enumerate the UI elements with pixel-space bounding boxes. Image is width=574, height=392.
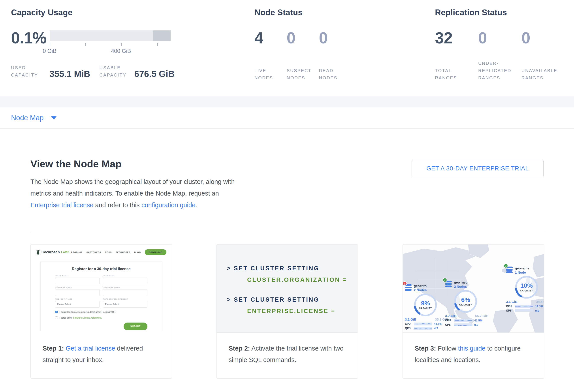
capacity-gauge: 9% CAPACITY <box>413 293 438 317</box>
text-input <box>103 289 147 296</box>
locality-node-count: 2 Nodes <box>454 285 467 288</box>
cpu-label: CPU <box>445 319 452 322</box>
sql-command-line: > SET CLUSTER SETTING <box>227 265 358 272</box>
submit-button: SUBMIT <box>123 322 147 330</box>
nodes-stack-icon: ✓ <box>445 281 452 288</box>
suspect-nodes-stat: 0 SUSPECT NODES <box>287 30 319 82</box>
qps-sparkline <box>454 323 472 326</box>
cpu-value: 42.5% <box>474 319 482 322</box>
usable-capacity-value: 676.5 GiB <box>134 70 175 78</box>
license-agreement-checkbox-row: I agree to the Software License Agreemen… <box>55 316 147 319</box>
chevron-down-icon <box>51 116 57 119</box>
sql-setting-name: CLUSTER.ORGANIZATION = <box>227 277 358 283</box>
caption-text: Follow <box>436 345 458 352</box>
locality-name: geo=nyc <box>454 280 467 285</box>
qps-row: QPS 0.0 <box>506 309 544 312</box>
enterprise-trial-button[interactable]: GET A 30-DAY ENTERPRISE TRIAL <box>411 160 544 177</box>
unavailable-ranges-label: UNAVAILABLE RANGES <box>521 67 560 82</box>
reason-for-interest-field: REASON FOR INTEREST Please Select <box>103 298 147 308</box>
nav-item-customers: CUSTOMERS <box>86 251 101 253</box>
cpu-row: CPU 12.3% <box>506 305 544 308</box>
live-nodes-label: LIVE NODES <box>254 67 281 82</box>
get-trial-license-link[interactable]: Get a trial license <box>66 345 115 352</box>
step-label: Step 3: <box>415 345 436 352</box>
locality-node-count: 1 Node <box>515 271 529 274</box>
this-guide-link[interactable]: this guide <box>458 345 486 352</box>
text-input <box>103 278 147 284</box>
capacity-bar <box>50 30 171 41</box>
sql-command: > SET CLUSTER SETTING CLUSTER.ORGANIZATI… <box>227 265 358 283</box>
cpu-row: CPU 11.0% <box>405 322 451 326</box>
axis-tick-label: 0 GiB <box>43 48 57 54</box>
configuration-guide-link[interactable]: configuration guide <box>142 202 196 208</box>
field-label: COMPANY NAME <box>55 286 100 288</box>
capacity-gauge: 10% CAPACITY <box>514 275 539 299</box>
used-capacity-value: 355.1 MiB <box>49 70 90 78</box>
qps-row: QPS 4.7 <box>405 327 451 330</box>
cpu-row: CPU 42.5% <box>445 319 492 322</box>
setup-steps: Cockroach LABS PRODUCT CUSTOMERS DOCS RE… <box>0 231 574 378</box>
capacity-percent: 9% <box>421 300 430 306</box>
capacity-bar-chart: 0 GiB 400 GiB <box>50 30 171 55</box>
qps-sparkline <box>515 309 533 312</box>
checkbox-empty-icon <box>55 316 58 319</box>
step-label: Step 1: <box>42 345 64 352</box>
dead-nodes-stat: 0 DEAD NODES <box>319 30 351 82</box>
company-name-field: COMPANY NAME <box>55 286 100 296</box>
axis-tick <box>157 43 158 46</box>
capacity-caption: CAPACITY <box>459 304 472 306</box>
cockroach-bug-icon <box>36 250 40 255</box>
capacity-gauge: 6% CAPACITY <box>453 289 478 314</box>
thumbnail-nav: PRODUCT CUSTOMERS DOCS RESOURCES BLOG DO… <box>71 249 166 255</box>
company-email-field: COMPANY EMAIL <box>103 286 147 296</box>
view-selector-dropdown[interactable]: Node Map <box>0 107 574 129</box>
select-input: Please Select <box>55 301 100 308</box>
intro-text: . <box>196 202 197 208</box>
qps-sparkline <box>414 327 432 330</box>
cpu-label: CPU <box>506 305 513 308</box>
capacity-caption: CAPACITY <box>419 307 432 310</box>
locality-nyc: ✓ geo=nyc 2 Nodes 6% CAPACITY <box>445 280 492 327</box>
field-label: REASON FOR INTEREST <box>103 298 147 300</box>
intro-text: and refer to this <box>93 202 142 208</box>
step-label: Step 2: <box>229 345 250 352</box>
checkbox-label: I would like to receive email updates ab… <box>60 311 116 313</box>
capacity-used: 3.6 GiB <box>506 300 517 304</box>
intro-description: The Node Map shows the geographical layo… <box>30 176 240 211</box>
sql-command: > SET CLUSTER SETTING ENTERPRISE.LICENSE… <box>227 296 358 315</box>
sql-setting-name: ENTERPRISE.LICENSE = <box>227 308 358 315</box>
locality-ams: ✓ geo=ams 1 Node 10% CAPACITY <box>506 266 544 312</box>
step-3-caption: Step 3: Follow this guide to configure l… <box>403 343 544 378</box>
dead-nodes-label: DEAD NODES <box>319 67 346 82</box>
qps-label: QPS <box>506 309 513 312</box>
first-name-field: FIRST NAME <box>55 275 100 284</box>
field-label: LAST NAME <box>103 275 147 277</box>
capacity-percent: 10% <box>520 283 533 289</box>
enterprise-trial-license-link[interactable]: Enterprise trial license <box>30 202 93 208</box>
project-phase-field: PROJECT PHASE Please Select <box>55 298 100 308</box>
cpu-value: 11.0% <box>434 322 442 326</box>
axis-tick <box>85 43 86 46</box>
brand-suffix: LABS <box>61 251 70 254</box>
capacity-usage-panel: Capacity Usage 0.1% 0 GiB 400 GiB USED C… <box>11 8 254 96</box>
step-2-card: > SET CLUSTER SETTING CLUSTER.ORGANIZATI… <box>217 244 358 378</box>
cluster-summary-bar: Capacity Usage 0.1% 0 GiB 400 GiB USED C… <box>0 0 574 96</box>
step-1-caption: Step 1: Get a trial license delivered st… <box>31 343 172 378</box>
email-updates-checkbox-row: ✓ I would like to receive email updates … <box>55 311 147 313</box>
capacity-total: 65.7 GiB <box>475 314 488 318</box>
capacity-used: 3.7 GiB <box>445 314 457 318</box>
section-spacer <box>0 96 574 107</box>
dead-nodes-count: 0 <box>319 30 351 46</box>
view-selector-label[interactable]: Node Map <box>11 114 44 122</box>
nav-item-docs: DOCS <box>105 251 112 253</box>
form-title: Register for a 30-day trial license <box>55 267 147 271</box>
sql-keyword: SET CLUSTER SETTING <box>234 265 319 272</box>
brand-name: Cockroach <box>41 250 60 254</box>
capacity-percent: 6% <box>461 297 470 303</box>
checkbox-checked-icon: ✓ <box>55 311 58 313</box>
field-label: COMPANY EMAIL <box>103 286 147 288</box>
page-title: View the Node Map <box>30 158 411 170</box>
download-button: DOWNLOAD <box>145 249 166 255</box>
capacity-axis: 0 GiB 400 GiB <box>50 41 171 55</box>
qps-label: QPS <box>405 327 412 330</box>
